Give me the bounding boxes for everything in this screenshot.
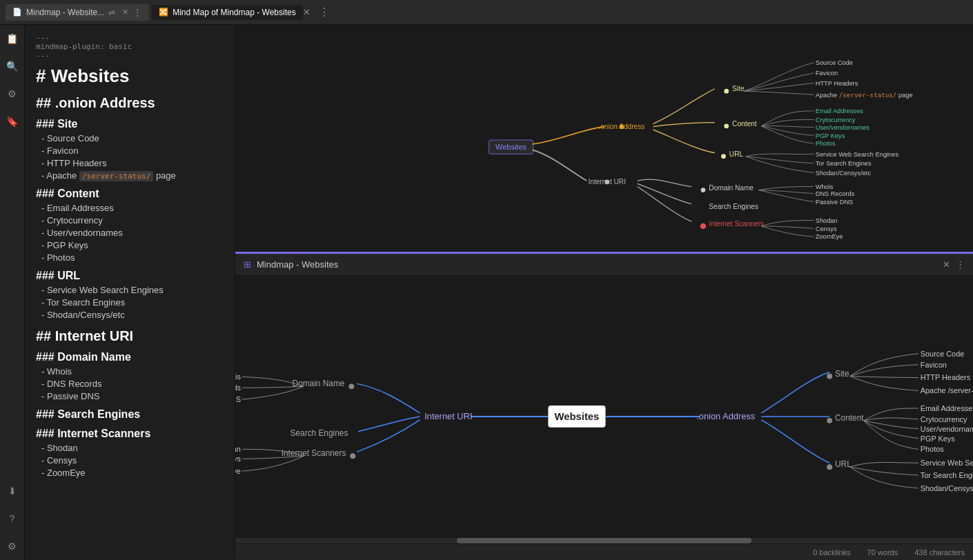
bottom-http-headers: HTTP Headers: [921, 373, 971, 381]
bottom-favicon: Favicon: [921, 361, 947, 369]
heading-content: ### Content: [36, 188, 224, 200]
heading-internet-scanners: ### Internet Scanners: [36, 428, 224, 440]
bottom-pane-container: ⊞ Mindmap - Websites ✕ ⋮ Websites: [235, 254, 973, 543]
sidebar-icon-file[interactable]: 📋: [4, 30, 21, 47]
word-count: 70 words: [867, 548, 898, 557]
right-area: Websites .onion Address Site: [235, 25, 973, 560]
bottom-pane-dots[interactable]: ⋮: [956, 259, 965, 270]
svg-point-4: [724, 123, 729, 128]
top-searchengines-node: Search Engines: [709, 203, 758, 210]
bottom-apache: Apache /server-status/ page: [921, 386, 973, 394]
item-dns-records: - DNS Records: [36, 379, 224, 389]
tab-swap-icon: ⇌: [108, 8, 115, 17]
item-shodan-censys: - Shodan/Censys/etc: [36, 310, 224, 320]
bottom-domainname-node: Domain Name: [293, 379, 345, 388]
status-bar: 0 backlinks 70 words 438 characters: [235, 543, 973, 560]
code-server-status: /server-status/: [79, 171, 153, 181]
bottom-whois: Whois: [235, 372, 241, 381]
bottom-scrollbar[interactable]: [235, 538, 973, 543]
bottom-dns-records: DNS Records: [235, 383, 241, 392]
sidebar-icon-search[interactable]: 🔍: [4, 58, 21, 74]
mindmap-icon: 🔀: [159, 8, 168, 17]
top-center-node: Websites: [495, 143, 527, 151]
tab-mindmap-label: Mind Map of Mindmap - Websites: [173, 8, 296, 17]
top-shodan: Shodan: [816, 217, 838, 224]
top-url-node: URL: [729, 150, 744, 158]
sidebar-icon-bookmark[interactable]: 🔖: [4, 113, 21, 130]
svg-point-8: [700, 223, 706, 229]
item-tor-search: - Tor Search Engines: [36, 297, 224, 308]
svg-point-5: [721, 154, 726, 159]
svg-point-13: [827, 374, 832, 379]
svg-point-6: [605, 179, 609, 184]
tab-group: 📄 Mindmap - Website... ⇌ ✕ ⋮ 🔀 Mind Map …: [6, 4, 303, 21]
sidebar-icon-plugin[interactable]: ⚙: [4, 86, 21, 102]
bottom-mindmap-svg: Websites Internet URI Domain Name: [235, 276, 973, 543]
svg-point-2: [619, 124, 624, 129]
heading-websites: # Websites: [36, 66, 224, 87]
svg-point-15: [827, 464, 832, 470]
tab-file[interactable]: 📄 Mindmap - Website... ⇌ ✕ ⋮: [6, 4, 149, 21]
tab-more-icon[interactable]: ⋮: [132, 7, 142, 18]
heading-url: ### URL: [36, 270, 224, 282]
top-mindmap-svg: Websites .onion Address Site: [235, 25, 973, 252]
heading-internet-uri: ## Internet URI: [36, 328, 224, 344]
sidebar-icon-tools[interactable]: ⬇: [4, 483, 21, 499]
item-apache: - Apache /server-status/ page: [36, 170, 224, 181]
bottom-center-node: Websites: [554, 411, 599, 422]
top-email: Email Addresses: [816, 108, 863, 114]
sidebar-icon-settings[interactable]: ⚙: [4, 538, 21, 554]
bottom-pane-close[interactable]: ✕: [943, 259, 950, 270]
top-domainname-node: Domain Name: [709, 184, 754, 192]
top-dns-records: DNS Records: [816, 190, 855, 197]
bottom-source-code: Source Code: [921, 350, 964, 358]
win-close[interactable]: ✕: [303, 7, 311, 17]
sidebar-icon-help[interactable]: ?: [4, 510, 21, 527]
svg-point-3: [724, 89, 729, 94]
bottom-shodan-censys: Shodan/Censys/etc: [921, 484, 973, 492]
bottom-photos: Photos: [921, 445, 944, 453]
item-zoomeye: - ZoomEye: [36, 468, 224, 478]
heading-domain-name: ### Domain Name: [36, 351, 224, 363]
tab-file-close[interactable]: ✕: [122, 8, 128, 17]
bottom-url-node: URL: [835, 459, 852, 469]
scrollbar-thumb[interactable]: [457, 538, 752, 543]
bottom-pane-titlebar: ⊞ Mindmap - Websites ✕ ⋮: [235, 254, 973, 276]
sidebar-icons: 📋 🔍 ⚙ 🔖 ⬇ ? ⚙: [0, 25, 25, 560]
svg-point-14: [827, 418, 832, 423]
item-pgp: - PGP Keys: [36, 240, 224, 250]
svg-point-12: [350, 453, 355, 459]
top-scanners-node: Internet Scanners: [709, 220, 764, 228]
main-layout: 📋 🔍 ⚙ 🔖 ⬇ ? ⚙ ---mindmap-plugin: basic--…: [0, 25, 973, 560]
bottom-site-node: Site: [835, 368, 849, 378]
frontmatter: ---mindmap-plugin: basic---: [36, 33, 224, 60]
top-mindmap-pane[interactable]: Websites .onion Address Site: [235, 25, 973, 254]
bottom-shodan: Shodan: [235, 445, 241, 453]
heading-site: ### Site: [36, 118, 224, 130]
bottom-interneturi-node: Internet URI: [424, 411, 472, 421]
bottom-email: Email Addresses: [921, 404, 973, 412]
top-zoomeye: ZoomEye: [816, 233, 843, 240]
bottom-pgp: PGP Keys: [921, 434, 956, 443]
bottom-crypto: Crytocurrency: [921, 415, 967, 423]
top-photos: Photos: [816, 140, 836, 147]
item-shodan: - Shodan: [36, 443, 224, 453]
item-source-code: - Source Code: [36, 133, 224, 143]
bottom-onion-node: .onion Address: [696, 411, 755, 421]
bottom-pane-title: Mindmap - Websites: [257, 259, 338, 270]
tab-mindmap[interactable]: 🔀 Mind Map of Mindmap - Websites: [152, 5, 303, 20]
item-whois: - Whois: [36, 366, 224, 377]
top-censys: Censys: [816, 226, 837, 232]
top-site-node: Site: [732, 85, 745, 92]
top-crypto: Crytocurrency: [816, 117, 856, 123]
item-email: - Email Addresses: [36, 203, 224, 213]
top-http-headers: HTTP Headers: [816, 80, 858, 87]
win-dots[interactable]: ⋮: [319, 6, 330, 19]
bottom-tor-search: Tor Search Engines: [921, 471, 973, 479]
file-icon: 📄: [12, 8, 22, 17]
bottom-searchengines-node: Search Engines: [291, 428, 348, 438]
top-service-web: Service Web Search Engines: [816, 151, 899, 158]
bottom-mindmap-pane[interactable]: Websites Internet URI Domain Name: [235, 276, 973, 543]
bottom-passive-dns: Passive DNS: [235, 395, 241, 403]
top-passive-dns: Passive DNS: [816, 199, 854, 206]
